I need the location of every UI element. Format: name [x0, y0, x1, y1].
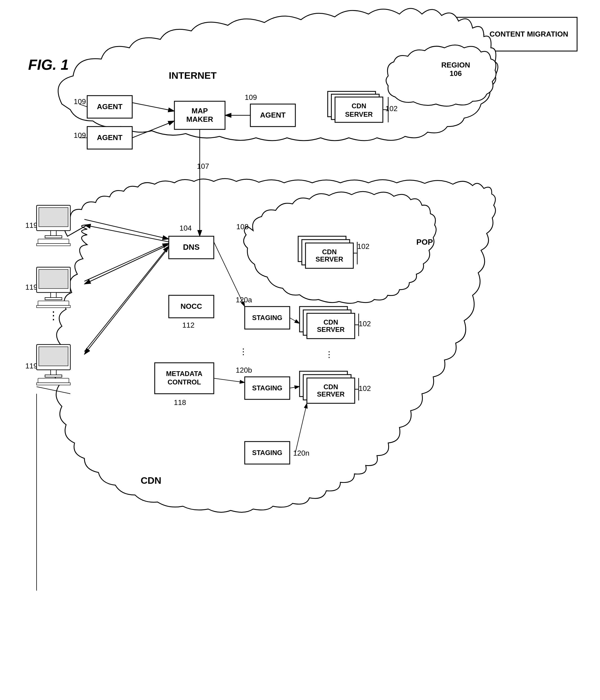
ref-109c: 109: [245, 93, 257, 102]
svg-rect-22: [245, 377, 290, 399]
svg-rect-3: [174, 101, 225, 129]
staging-a-label: STAGING: [252, 314, 282, 322]
ref-102-2: 102: [359, 320, 371, 328]
agent1-label: AGENT: [97, 102, 123, 111]
svg-rect-54: [36, 205, 70, 231]
svg-rect-12: [155, 363, 214, 394]
computer-1: [36, 205, 70, 246]
svg-rect-13: [298, 236, 346, 261]
svg-line-40: [214, 242, 245, 306]
staging-n-label: STAGING: [252, 449, 282, 456]
ref-120a: 120a: [236, 296, 252, 304]
svg-rect-25: [307, 378, 355, 403]
svg-rect-24: [303, 375, 351, 400]
svg-rect-57: [45, 236, 62, 238]
svg-line-30: [132, 103, 174, 111]
svg-line-34: [84, 225, 169, 242]
metadata-control-label1: METADATA: [166, 370, 202, 377]
ref-102-3: 102: [359, 384, 371, 393]
metadata-control-label2: CONTROL: [168, 378, 201, 386]
diagram-container: ORIGINSERVER — 115 106 — CONTENT MIGRATI…: [0, 0, 600, 700]
svg-line-35: [84, 245, 169, 284]
computer-3: [36, 345, 70, 385]
legend-item-origin: ORIGINSERVER — 115: [397, 23, 454, 45]
svg-rect-70: [38, 378, 69, 383]
svg-line-43: [290, 386, 300, 388]
svg-rect-8: [335, 97, 383, 122]
ref-119b: 119: [25, 283, 38, 291]
ref-102-pop: 102: [357, 242, 369, 251]
svg-line-72: [36, 387, 70, 394]
nocc-label: NOCC: [181, 302, 202, 310]
svg-text:SERVER: SERVER: [316, 255, 343, 263]
svg-rect-60: [36, 267, 70, 293]
svg-rect-27: [245, 442, 290, 464]
svg-text:SERVER: SERVER: [317, 326, 345, 333]
ref-120b: 120b: [236, 366, 252, 374]
svg-line-28: [79, 104, 87, 107]
svg-rect-69: [45, 375, 62, 377]
pop-label: POP: [416, 238, 433, 246]
ref-119a: 119: [25, 221, 38, 229]
cdn-server-2-label1: CDN: [324, 318, 338, 326]
legend-box: ORIGINSERVER — 115 106 — CONTENT MIGRATI…: [388, 17, 577, 51]
legend-content-migration-label: CONTENT MIGRATION: [490, 29, 568, 39]
ref-104: 104: [179, 224, 192, 232]
staging-b-label: STAGING: [252, 384, 282, 392]
agent3-label: AGENT: [260, 111, 286, 119]
cdn-server-region-label: CDN: [352, 102, 366, 110]
svg-line-42: [214, 378, 245, 382]
svg-rect-14: [302, 240, 350, 265]
svg-rect-18: [300, 306, 347, 332]
svg-rect-11: [169, 295, 214, 318]
legend-item-migration: 106 — CONTENT MIGRATION: [468, 29, 568, 39]
svg-rect-1: [87, 96, 132, 118]
svg-rect-67: [39, 347, 68, 366]
dots-cdn: ⋮: [325, 350, 333, 359]
svg-line-31: [132, 121, 174, 138]
svg-rect-17: [245, 306, 290, 329]
dots-staging: ⋮: [239, 347, 248, 356]
svg-rect-23: [300, 371, 347, 397]
svg-line-37: [84, 219, 169, 239]
svg-rect-63: [45, 298, 62, 300]
svg-line-39: [84, 246, 169, 352]
ref-107: 107: [197, 162, 209, 170]
svg-text:SERVER: SERVER: [345, 110, 373, 118]
svg-rect-5: [250, 104, 295, 127]
svg-text:106: 106: [450, 69, 461, 78]
ref-112: 112: [182, 321, 194, 329]
figure-title: FIG. 1: [28, 56, 69, 73]
ref-118: 118: [174, 398, 186, 407]
svg-rect-6: [328, 92, 376, 117]
svg-line-38: [84, 243, 169, 281]
svg-rect-15: [305, 243, 353, 268]
agent2-label: AGENT: [97, 133, 123, 142]
svg-line-41: [290, 318, 300, 323]
ref-109b: 109: [74, 131, 86, 140]
svg-rect-62: [51, 293, 56, 298]
svg-rect-55: [39, 207, 68, 227]
svg-rect-59: [36, 244, 70, 246]
svg-rect-19: [303, 310, 351, 335]
svg-rect-71: [36, 383, 70, 385]
internet-label: INTERNET: [169, 70, 217, 81]
svg-rect-66: [36, 345, 70, 370]
diagram-svg: INTERNET REGION 106 CDN POP AGENT AGENT …: [0, 0, 600, 700]
svg-rect-64: [38, 301, 69, 305]
cdn-server-3-label1: CDN: [324, 383, 338, 391]
svg-rect-20: [307, 313, 355, 339]
svg-line-44: [295, 403, 307, 453]
ref-119c: 119: [25, 362, 38, 370]
cdn-server-pop-label1: CDN: [322, 248, 337, 256]
svg-rect-2: [87, 127, 132, 149]
svg-text:SERVER: SERVER: [317, 390, 345, 398]
ref-109a: 109: [74, 97, 86, 106]
ref-120n: 120n: [293, 449, 309, 457]
region-label: REGION: [441, 61, 470, 69]
map-maker-label: MAP: [192, 107, 208, 115]
cdn-label: CDN: [141, 475, 161, 486]
svg-rect-61: [39, 269, 68, 289]
svg-rect-7: [331, 94, 379, 120]
ref-108: 108: [236, 222, 248, 231]
